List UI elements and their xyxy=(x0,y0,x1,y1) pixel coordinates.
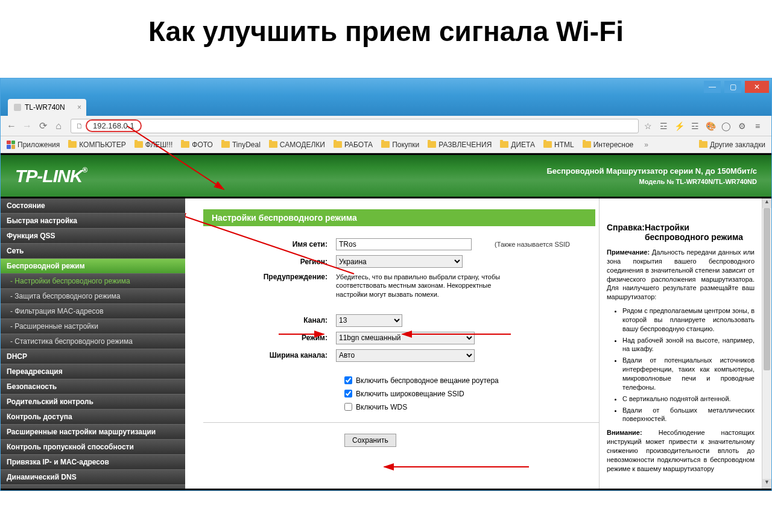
sidebar-item[interactable]: Функция QSS xyxy=(1,229,185,244)
sidebar-item[interactable]: - Настройки беспроводного режима xyxy=(1,274,185,289)
enable-wireless-checkbox[interactable] xyxy=(344,376,352,384)
channel-label: Канал: xyxy=(203,316,336,325)
cb3-label: Включить WDS xyxy=(356,403,407,411)
url-input[interactable]: 🗋 192.168.0.1 xyxy=(71,119,639,133)
overflow-icon[interactable]: » xyxy=(644,141,648,149)
other-bookmarks[interactable]: Другие закладки xyxy=(699,141,765,149)
bookmark-folder[interactable]: САМОДЕЛКИ xyxy=(269,141,325,149)
sidebar-item[interactable]: Безопасность xyxy=(1,379,185,394)
extension-icons: ☆ ☲ ⚡ ☲ 🎨 ◯ ⚙ ≡ xyxy=(642,121,767,131)
ext2-icon[interactable]: ☲ xyxy=(689,121,700,131)
bookmark-folder[interactable]: Интересное xyxy=(583,141,634,149)
sidebar-item[interactable]: Беспроводной режим xyxy=(1,259,185,274)
folder-icon xyxy=(583,141,591,148)
mode-select[interactable]: 11bgn смешанный xyxy=(336,332,475,344)
sidebar-item[interactable]: - Статистика беспроводного режима xyxy=(1,334,185,349)
bookmark-folder[interactable]: Покупки xyxy=(381,141,419,149)
scroll-down-icon[interactable]: ▼ xyxy=(762,479,771,489)
model-number: Модель № TL-WR740N/TL-WR740ND xyxy=(547,177,758,187)
note-label: Примечание: xyxy=(607,249,650,256)
minimize-button[interactable]: — xyxy=(704,81,721,93)
help-bullet: С вертикально поднятой антенной. xyxy=(622,394,755,404)
apps-button[interactable]: Приложения xyxy=(7,141,60,149)
ext1-icon[interactable]: ☲ xyxy=(658,121,669,131)
menu-icon[interactable]: ≡ xyxy=(752,121,763,131)
width-label: Ширина канала: xyxy=(203,351,336,359)
help-bullets: Рядом с предполагаемым центром зоны, в к… xyxy=(607,306,755,423)
sidebar-item[interactable]: Сеть xyxy=(1,244,185,259)
favicon-icon xyxy=(14,104,21,111)
sidebar-item[interactable]: Расширенные настройки маршрутизации xyxy=(1,425,185,440)
maximize-button[interactable]: ▢ xyxy=(724,81,741,93)
sidebar: СостояниеБыстрая настройкаФункция QSSСет… xyxy=(1,198,185,489)
apps-icon xyxy=(7,141,15,149)
folder-icon xyxy=(334,141,342,148)
circle-icon[interactable]: ◯ xyxy=(721,121,732,131)
home-icon[interactable]: ⌂ xyxy=(52,121,65,131)
cb1-label: Включить беспроводное вещание роутера xyxy=(356,376,499,385)
help-bullet: Рядом с предполагаемым центром зоны, в к… xyxy=(622,306,755,334)
sidebar-item[interactable]: Быстрая настройка xyxy=(1,214,185,229)
apps-label: Приложения xyxy=(17,141,60,149)
close-button[interactable]: ✕ xyxy=(745,81,769,93)
note-text: Дальность передачи данных или зона покры… xyxy=(607,249,755,300)
back-icon[interactable]: ← xyxy=(5,121,17,131)
help-warning-label: Внимание: xyxy=(607,429,642,436)
sidebar-item[interactable]: Переадресация xyxy=(1,364,185,379)
help-bullet: Над рабочей зоной на высоте, например, н… xyxy=(622,336,755,354)
width-select[interactable]: Авто xyxy=(336,349,475,362)
browser-tab[interactable]: TL-WR740N × xyxy=(8,99,86,116)
scrollbar[interactable]: ▲ ▼ xyxy=(762,198,771,489)
star-icon[interactable]: ☆ xyxy=(642,121,653,131)
ssid-input[interactable] xyxy=(336,238,472,250)
folder-icon xyxy=(134,141,143,148)
router-header: TP-LINK® Беспроводной Маршрутизатор сери… xyxy=(1,153,771,197)
enable-ssid-checkbox[interactable] xyxy=(344,390,352,397)
help-bullet: Вдали от потенциальных источников интерф… xyxy=(622,356,755,391)
sidebar-item[interactable]: Контроль доступа xyxy=(1,410,185,425)
scroll-thumb[interactable] xyxy=(764,208,770,370)
sidebar-item[interactable]: - Расширенные настройки xyxy=(1,319,185,334)
bookmark-folder[interactable]: ФОТО xyxy=(181,141,213,149)
enable-wds-checkbox[interactable] xyxy=(344,403,352,411)
bookmark-folder[interactable]: TinyDeal xyxy=(221,141,261,149)
help-panel: Справка: Настройки беспроводного режима … xyxy=(599,198,762,489)
sidebar-item[interactable]: Системные инструменты xyxy=(1,485,185,489)
bolt-icon[interactable]: ⚡ xyxy=(674,121,685,131)
section-header: Настройки беспроводного режима xyxy=(203,209,595,226)
palette-icon[interactable]: 🎨 xyxy=(705,121,716,131)
sidebar-item[interactable]: DHCP xyxy=(1,349,185,364)
bookmark-folder[interactable]: РАБОТА xyxy=(334,141,373,149)
main-panel: Настройки беспроводного режима Имя сети:… xyxy=(185,198,599,489)
sidebar-item[interactable]: - Защита беспроводного режима xyxy=(1,289,185,304)
bookmark-folder[interactable]: HTML xyxy=(543,141,574,149)
bookmark-folder[interactable]: ДИЕТА xyxy=(500,141,535,149)
annotation-arrow xyxy=(378,458,535,476)
url-text: 192.168.0.1 xyxy=(86,119,142,132)
browser-window: — ▢ ✕ TL-WR740N × ← → ⟳ ⌂ 🗋 192.168.0.1 … xyxy=(0,78,772,491)
sidebar-item[interactable]: - Фильтрация MAC-адресов xyxy=(1,304,185,319)
bookmark-folder[interactable]: РАЗВЛЕЧЕНИЯ xyxy=(428,141,492,149)
cb2-label: Включить широковещание SSID xyxy=(356,390,464,398)
address-bar: ← → ⟳ ⌂ 🗋 192.168.0.1 ☆ ☲ ⚡ ☲ 🎨 ◯ ⚙ ≡ xyxy=(1,116,771,136)
bookmark-folder[interactable]: ФЛЕШ!!! xyxy=(134,141,173,149)
bookmark-folder[interactable]: КОМПЬЮТЕР xyxy=(68,141,125,149)
folder-icon xyxy=(269,141,277,148)
sidebar-item[interactable]: Контроль пропускной способности xyxy=(1,440,185,455)
sidebar-item[interactable]: Состояние xyxy=(1,198,185,214)
sidebar-item[interactable]: Привязка IP- и MAC-адресов xyxy=(1,455,185,470)
sidebar-item[interactable]: Родительский контроль xyxy=(1,394,185,410)
region-select[interactable]: Украина xyxy=(336,255,463,268)
forward-icon[interactable]: → xyxy=(21,121,33,131)
folder-icon xyxy=(699,141,707,148)
channel-select[interactable]: 13 xyxy=(336,314,402,327)
gear-icon[interactable]: ⚙ xyxy=(736,121,747,131)
scroll-up-icon[interactable]: ▲ xyxy=(762,198,771,208)
header-info: Беспроводной Маршрутизатор серии N, до 1… xyxy=(547,165,758,187)
page-title: Как улучшить прием сигнала Wi-Fi xyxy=(0,15,772,48)
folder-icon xyxy=(221,141,230,148)
reload-icon[interactable]: ⟳ xyxy=(37,120,49,131)
close-tab-icon[interactable]: × xyxy=(77,103,81,112)
save-button[interactable]: Сохранить xyxy=(344,434,396,447)
sidebar-item[interactable]: Динамический DNS xyxy=(1,470,185,485)
